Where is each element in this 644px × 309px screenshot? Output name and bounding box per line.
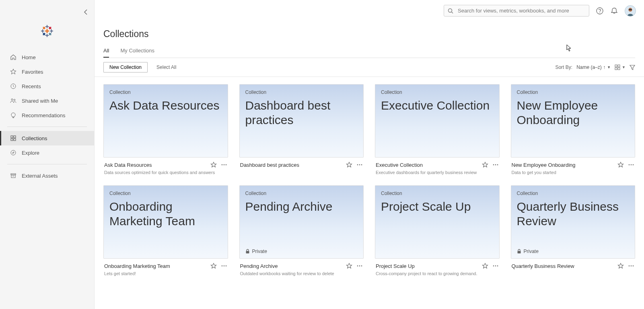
tabs: All My Collections <box>103 48 635 58</box>
card-title-link[interactable]: Pending Archive <box>240 263 343 269</box>
search-input[interactable] <box>444 5 589 17</box>
nav-home[interactable]: Home <box>0 50 94 64</box>
card-title-link[interactable]: Onboarding Marketing Team <box>104 263 207 269</box>
collection-grid: CollectionAsk Data ResourcesAsk Data Res… <box>103 84 635 277</box>
more-actions-button[interactable] <box>628 263 634 269</box>
svg-point-52 <box>221 265 222 267</box>
star-icon <box>482 263 488 269</box>
favorite-button[interactable] <box>210 263 217 269</box>
more-actions-button[interactable] <box>628 162 634 168</box>
nav-explore[interactable]: Explore <box>0 145 94 160</box>
sidebar: Home Favorites Recents Shared with Me Re… <box>0 0 95 309</box>
view-toggle[interactable]: ▼ <box>615 64 625 70</box>
filter-button[interactable] <box>630 64 635 70</box>
main: Collections All My Collections New Colle… <box>95 0 644 309</box>
svg-point-49 <box>629 164 630 166</box>
favorite-button[interactable] <box>346 263 352 269</box>
card-actions <box>210 162 227 168</box>
more-actions-button[interactable] <box>356 162 363 168</box>
nav-label: Explore <box>22 150 39 156</box>
more-icon <box>356 162 363 168</box>
card-hero[interactable]: CollectionOnboarding Marketing Team <box>103 185 228 259</box>
collection-card: CollectionPending ArchivePrivatePending … <box>239 185 364 277</box>
more-actions-button[interactable] <box>221 162 227 168</box>
svg-point-59 <box>493 265 494 267</box>
filter-icon <box>630 64 635 70</box>
card-title: Pending Archive <box>245 199 358 214</box>
sort-value: Name (a–z) ↑ <box>576 64 605 70</box>
card-hero[interactable]: CollectionProject Scale Up <box>375 185 500 259</box>
card-hero[interactable]: CollectionExecutive Collection <box>375 84 500 158</box>
sidebar-collapse-button[interactable] <box>84 9 88 15</box>
card-title-link[interactable]: Quarterly Business Review <box>512 263 615 269</box>
card-hero[interactable]: CollectionPending ArchivePrivate <box>239 185 364 259</box>
svg-rect-35 <box>629 9 632 10</box>
card-meta: Quarterly Business Review <box>511 259 636 271</box>
favorite-button[interactable] <box>210 162 217 168</box>
home-icon <box>10 54 17 61</box>
more-actions-button[interactable] <box>356 263 363 269</box>
card-hero[interactable]: CollectionDashboard best practices <box>239 84 364 158</box>
compass-icon <box>10 149 17 156</box>
favorite-button[interactable] <box>617 263 624 269</box>
nav-divider <box>7 127 87 127</box>
sort-select[interactable]: Name (a–z) ↑ ▼ <box>576 64 611 70</box>
favorite-button[interactable] <box>482 162 488 168</box>
page-header: Collections All My Collections <box>95 17 644 58</box>
card-title-link[interactable]: Executive Collection <box>376 162 479 168</box>
card-description: Outdated workbooks waiting for review to… <box>239 271 364 277</box>
svg-point-45 <box>361 164 362 166</box>
card-title-link[interactable]: New Employee Onboarding <box>512 162 615 168</box>
card-hero[interactable]: CollectionNew Employee Onboarding <box>511 84 636 158</box>
favorite-button[interactable] <box>346 162 352 168</box>
card-title-link[interactable]: Project Scale Up <box>376 263 479 269</box>
notifications-button[interactable] <box>610 7 618 15</box>
more-actions-button[interactable] <box>492 162 499 168</box>
lock-icon <box>517 249 521 254</box>
nav-collections[interactable]: Collections <box>0 131 94 145</box>
card-actions <box>482 263 499 269</box>
card-title-link[interactable]: Dashboard best practices <box>240 162 343 168</box>
star-icon <box>10 68 17 75</box>
nav-recents[interactable]: Recents <box>0 79 94 93</box>
tab-my-collections[interactable]: My Collections <box>120 48 154 58</box>
svg-rect-38 <box>615 68 617 70</box>
help-button[interactable] <box>596 7 604 15</box>
tab-all[interactable]: All <box>103 48 109 58</box>
card-meta: Executive Collection <box>375 158 500 170</box>
card-hero[interactable]: CollectionQuarterly Business ReviewPriva… <box>511 185 636 259</box>
nav-divider <box>7 164 87 164</box>
nav-recommendations[interactable]: Recommendations <box>0 108 94 122</box>
card-title-link[interactable]: Ask Data Resources <box>104 162 207 168</box>
private-badge: Private <box>245 249 267 254</box>
svg-point-53 <box>223 265 224 267</box>
favorite-button[interactable] <box>617 162 624 168</box>
card-type-label: Collection <box>109 191 222 196</box>
collection-card: CollectionOnboarding Marketing TeamOnboa… <box>103 185 228 277</box>
nav-label: Collections <box>22 135 47 141</box>
card-actions <box>346 263 363 269</box>
nav-favorites[interactable]: Favorites <box>0 64 94 79</box>
collection-card: CollectionProject Scale UpProject Scale … <box>375 185 500 277</box>
more-actions-button[interactable] <box>221 263 227 269</box>
nav-shared[interactable]: Shared with Me <box>0 93 94 108</box>
primary-nav: Home Favorites Recents Shared with Me Re… <box>0 50 94 183</box>
new-collection-button[interactable]: New Collection <box>103 62 148 73</box>
nav-external-assets[interactable]: External Assets <box>0 168 94 183</box>
card-type-label: Collection <box>381 89 494 95</box>
card-description: Data to get you started <box>511 170 636 176</box>
svg-rect-37 <box>618 65 620 67</box>
user-avatar[interactable] <box>625 5 636 17</box>
favorite-button[interactable] <box>482 263 488 269</box>
card-hero[interactable]: CollectionAsk Data Resources <box>103 84 228 158</box>
svg-rect-23 <box>11 139 13 141</box>
select-all-button[interactable]: Select All <box>156 64 176 70</box>
svg-point-63 <box>629 265 630 267</box>
nav-label: Recents <box>22 83 41 89</box>
content[interactable]: CollectionAsk Data ResourcesAsk Data Res… <box>95 77 644 309</box>
more-actions-button[interactable] <box>492 263 499 269</box>
card-title: New Employee Onboarding <box>517 98 630 127</box>
lock-icon <box>245 249 250 254</box>
star-icon <box>210 162 217 168</box>
private-badge: Private <box>517 249 539 254</box>
